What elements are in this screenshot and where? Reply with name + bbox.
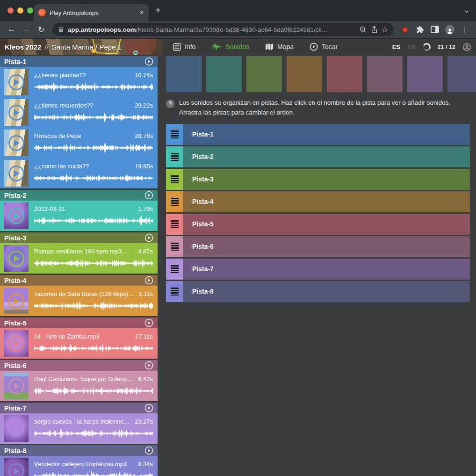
sidebar-track-name[interactable]: Pista-3: [4, 234, 27, 242]
track-row[interactable]: Pista-8: [166, 281, 470, 302]
audio-clip[interactable]: 14 - Aire de Zamba.mp3 17.11s: [0, 328, 158, 359]
clip-thumbnail[interactable]: [4, 373, 29, 399]
track-drag-handle[interactable]: [166, 169, 183, 190]
track-row-label[interactable]: Pista-2: [192, 153, 214, 160]
clip-play-icon[interactable]: [8, 293, 24, 309]
sidebar-track-name[interactable]: Pista-1: [4, 58, 27, 65]
clip-play-icon[interactable]: [8, 166, 24, 181]
tab-search-chevron-icon[interactable]: ⌄: [463, 6, 469, 14]
play-track-button[interactable]: [144, 276, 153, 285]
clip-thumbnail[interactable]: [4, 288, 29, 314]
clip-play-icon[interactable]: [8, 105, 24, 121]
audio-clip[interactable]: 2022-03-21 1.79s: [0, 201, 158, 231]
nav-mapa[interactable]: Mapa: [265, 43, 294, 50]
sidebar-track-header[interactable]: Pista-2: [0, 190, 158, 201]
track-row-body[interactable]: Pista-6: [183, 236, 470, 257]
sidebar-track-name[interactable]: Pista-2: [4, 192, 27, 199]
sidebar-track-header[interactable]: Pista-3: [0, 232, 158, 243]
audio-clip[interactable]: Raul Cantizano- Toque por Solenoide.mp3 …: [0, 371, 158, 401]
track-row[interactable]: Pista-5: [166, 214, 470, 235]
sidebar-track-header[interactable]: Pista-1: [0, 56, 158, 67]
track-row-body[interactable]: Pista-4: [183, 191, 470, 212]
url-bar[interactable]: app.antropoloops.com/Kleos-Santa-Marina/…: [52, 23, 394, 36]
track-row-body[interactable]: Pista-5: [183, 214, 470, 235]
profile-avatar[interactable]: [443, 25, 456, 34]
audio-clip[interactable]: ¿¿como las cuida?? 19.95s: [0, 158, 158, 188]
track-row-label[interactable]: Pista-4: [192, 198, 214, 205]
audio-clip[interactable]: Palmas sevillanas 160 bpm mp3.mp3 4.87s: [0, 243, 158, 274]
play-track-button[interactable]: [144, 361, 153, 370]
audio-clip[interactable]: ¿¿tienes recuerdos?? 29.22s: [0, 97, 158, 128]
clip-thumbnail[interactable]: [4, 415, 29, 442]
sidebar-track-header[interactable]: Pista-8: [0, 445, 158, 456]
sidebar-track-name[interactable]: Pista-5: [4, 319, 27, 327]
clip-thumbnail[interactable]: [4, 130, 29, 156]
clip-play-icon[interactable]: [8, 135, 24, 151]
clip-thumbnail[interactable]: [4, 69, 29, 95]
play-track-button[interactable]: [144, 318, 153, 327]
clip-thumbnail[interactable]: [4, 99, 29, 126]
breadcrumb-project[interactable]: Kleos 2022: [5, 43, 41, 51]
track-row-label[interactable]: Pista-5: [192, 220, 214, 228]
track-row-body[interactable]: Pista-8: [183, 281, 470, 302]
tab-close-icon[interactable]: ✕: [139, 9, 144, 16]
audio-clip[interactable]: sergio cuevas - la harpe indienne - 03 -…: [0, 413, 158, 444]
audio-clip[interactable]: Hiviscus de Pepe 28.78s: [0, 128, 158, 158]
clip-play-icon[interactable]: [8, 74, 24, 90]
browser-menu-icon[interactable]: ⋮: [458, 25, 471, 34]
map-photo-banner[interactable]: Kleos 2022//Santa Marina / Pepe 1: [0, 39, 163, 55]
account-icon[interactable]: [462, 43, 471, 51]
fullscreen-window-button[interactable]: [27, 7, 33, 14]
track-row[interactable]: Pista-7: [166, 259, 470, 280]
track-row[interactable]: Pista-4: [166, 191, 470, 212]
clip-play-icon[interactable]: [8, 336, 24, 352]
play-track-button[interactable]: [144, 404, 153, 412]
clip-thumbnail[interactable]: [4, 160, 29, 187]
track-row[interactable]: Pista-6: [166, 236, 470, 257]
track-row-label[interactable]: Pista-1: [192, 130, 214, 138]
nav-sonidos[interactable]: Sonidos: [211, 43, 249, 50]
play-track-button[interactable]: [144, 233, 153, 242]
new-tab-button[interactable]: +: [155, 5, 161, 16]
forward-button[interactable]: →: [20, 23, 33, 36]
sidebar-track-header[interactable]: Pista-7: [0, 403, 158, 413]
clip-play-icon[interactable]: [8, 463, 24, 476]
track-drag-handle[interactable]: [166, 259, 183, 280]
close-window-button[interactable]: [7, 7, 14, 14]
clip-play-icon[interactable]: [8, 251, 24, 267]
track-row-label[interactable]: Pista-7: [192, 265, 214, 273]
track-drag-handle[interactable]: [166, 191, 183, 212]
browser-tab[interactable]: Play Antropoloops ✕: [34, 4, 149, 21]
clip-play-icon[interactable]: [8, 378, 24, 394]
track-drag-handle[interactable]: [166, 214, 183, 235]
window-controls[interactable]: [7, 7, 33, 14]
track-drag-handle[interactable]: [166, 124, 183, 145]
clip-thumbnail[interactable]: [4, 245, 29, 272]
track-row[interactable]: Pista-3: [166, 169, 470, 190]
audio-clip[interactable]: ¿¿tienes plantas?? 10.74s: [0, 67, 158, 97]
track-row-body[interactable]: Pista-2: [183, 146, 470, 167]
reload-button[interactable]: ↻: [35, 23, 48, 36]
track-row-label[interactable]: Pista-8: [192, 288, 214, 295]
sidebar-track-header[interactable]: Pista-5: [0, 317, 158, 328]
lang-toggle-es[interactable]: ES: [392, 43, 400, 50]
nav-tocar[interactable]: Tocar: [310, 43, 338, 51]
clip-thumbnail[interactable]: [4, 458, 29, 476]
minimize-window-button[interactable]: [17, 7, 23, 14]
bookmark-star-icon[interactable]: ☆: [382, 25, 388, 34]
recording-extension-icon[interactable]: [398, 27, 411, 33]
audio-clip[interactable]: Taconeo de Sara Baras (128 kbps).mp3 1.1…: [0, 286, 158, 316]
track-row-body[interactable]: Pista-1: [183, 124, 470, 145]
track-drag-handle[interactable]: [166, 146, 183, 167]
track-row[interactable]: Pista-1: [166, 124, 470, 145]
side-panel-icon[interactable]: [428, 26, 441, 33]
play-track-button[interactable]: [144, 446, 153, 455]
clip-thumbnail[interactable]: [4, 202, 29, 229]
clip-play-icon[interactable]: [8, 208, 24, 224]
sidebar-track-name[interactable]: Pista-8: [4, 447, 27, 454]
back-button[interactable]: ←: [5, 23, 18, 36]
track-drag-handle[interactable]: [166, 281, 183, 302]
track-row-label[interactable]: Pista-3: [192, 175, 214, 183]
sidebar-track-header[interactable]: Pista-6: [0, 360, 158, 371]
lang-toggle-en[interactable]: EN: [407, 43, 416, 50]
